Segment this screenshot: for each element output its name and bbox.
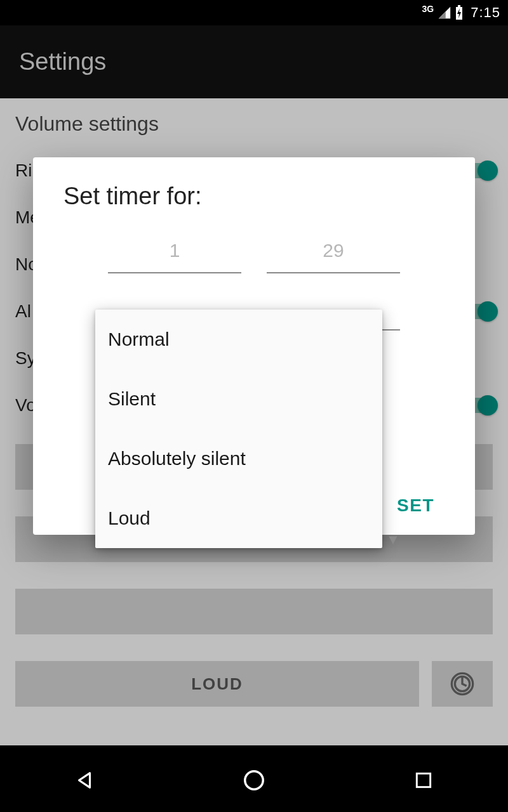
clock: 7:15 (471, 4, 500, 21)
signal-icon (438, 6, 451, 20)
svg-rect-1 (458, 5, 460, 7)
set-button[interactable]: SET (397, 495, 434, 516)
dropdown-item-loud[interactable]: Loud (95, 488, 382, 548)
home-button[interactable] (238, 764, 270, 796)
dialog-title: Set timer for: (64, 183, 444, 210)
dropdown-item-silent[interactable]: Silent (95, 369, 382, 429)
picker-value-faded: 1 (108, 229, 241, 273)
dropdown-item-normal[interactable]: Normal (95, 310, 382, 369)
profile-dropdown: Normal Silent Absolutely silent Loud (95, 310, 382, 548)
back-button[interactable] (69, 764, 100, 796)
network-indicator: 3G (422, 4, 434, 14)
svg-rect-5 (417, 773, 430, 787)
status-bar: 3G 7:15 (0, 0, 508, 25)
dropdown-item-absolutely-silent[interactable]: Absolutely silent (95, 429, 382, 488)
system-nav-bar (0, 749, 508, 812)
svg-point-4 (245, 771, 264, 790)
picker-value-faded: 29 (267, 229, 400, 273)
recents-button[interactable] (408, 764, 439, 796)
battery-icon (454, 5, 464, 20)
dropdown-caret-icon: ▼ (386, 532, 400, 548)
